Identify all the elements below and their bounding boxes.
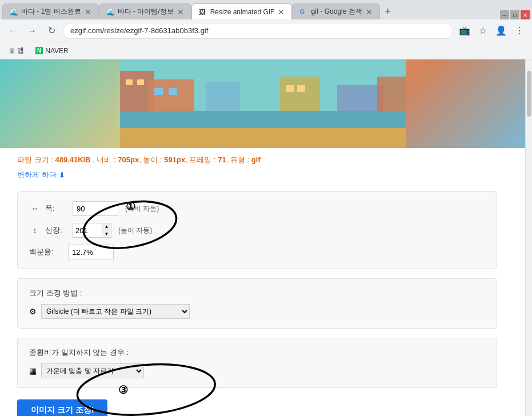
width-value: 705px — [118, 155, 139, 164]
refresh-button[interactable]: ↻ — [43, 23, 59, 39]
method-select[interactable]: Gifsicle (더 빠르고 작은 파일 크기) ImageMagick Gr… — [41, 304, 190, 319]
tab-2[interactable]: 🌊 바다 - 아이템/정보 ✕ — [99, 3, 191, 19]
height-auto-note: (높이 자동) — [118, 226, 152, 235]
svg-rect-2 — [120, 128, 406, 148]
naver-icon: N — [35, 47, 43, 54]
ratio-section: 종횡비가 일치하지 않는 경우 : ▦ 가운데 맞춤 및 자르기 맞춤 (let… — [17, 338, 497, 388]
close-button[interactable]: ✕ — [521, 10, 530, 19]
spinner-down[interactable]: ▼ — [102, 230, 111, 237]
new-tab-button[interactable]: + — [380, 3, 396, 19]
tab-4-close[interactable]: ✕ — [366, 7, 373, 17]
ratio-row: ▦ 가운데 맞춤 및 자르기 맞춤 (letterbox) 늘이기 — [29, 363, 485, 378]
image-preview-inner — [120, 59, 406, 148]
bookmark-apps-label: 앱 — [17, 46, 24, 55]
maximize-button[interactable]: □ — [510, 10, 519, 19]
dimensions-section: ↔ 폭: (너비 자동) ↕ 신장: ▲ ▼ — [17, 191, 497, 269]
percent-row: 백분율: — [29, 245, 485, 259]
type-value: gif — [251, 155, 261, 164]
spinner-buttons: ▲ ▼ — [102, 223, 111, 237]
file-info: 파일 크기 : 489.41KiB , 너비 : 705px, 높이 : 591… — [17, 155, 497, 165]
svg-rect-12 — [169, 88, 177, 95]
ratio-title: 종횡비가 일치하지 않는 경우 : — [29, 347, 485, 358]
file-size-value: 489.41KiB — [55, 155, 90, 164]
address-bar: ← → ↻ 📺 ☆ 👤 ⋮ — [0, 19, 532, 42]
width-input[interactable] — [73, 201, 118, 216]
height-input[interactable] — [73, 223, 102, 237]
percent-label: 백분율: — [29, 247, 63, 257]
tab-1-title: 바다 - 1명 버스완료 — [21, 7, 81, 17]
frame-value: 71 — [218, 155, 226, 164]
file-size-label: 파일 크기 : — [17, 155, 53, 164]
tab-3-title: Resize animated GIF — [210, 8, 275, 16]
address-input[interactable] — [63, 23, 453, 39]
svg-rect-6 — [280, 77, 320, 111]
image-preview — [0, 59, 525, 148]
main-area: 파일 크기 : 489.41KiB , 너비 : 705px, 높이 : 591… — [0, 59, 525, 416]
tabs-bar: 🌊 바다 - 1명 버스완료 ✕ 🌊 바다 - 아이템/정보 ✕ 🖼 Resiz… — [0, 0, 532, 19]
bookmark-naver[interactable]: N NAVER — [31, 45, 73, 57]
spinner-up[interactable]: ▲ — [102, 223, 111, 230]
content-area: 파일 크기 : 489.41KiB , 너비 : 705px, 높이 : 591… — [0, 148, 514, 416]
type-label: 유형 : — [230, 155, 249, 164]
star-icon[interactable]: ☆ — [475, 23, 491, 39]
svg-rect-11 — [154, 88, 163, 95]
width-auto-note: (너비 자동) — [125, 204, 159, 214]
crop-icon: ▦ — [29, 366, 37, 375]
download-icon: ⬇ — [59, 171, 65, 179]
tab-4-title: gif - Google 검색 — [311, 7, 362, 17]
minimize-button[interactable]: ─ — [500, 10, 509, 19]
svg-rect-8 — [377, 77, 406, 111]
forward-button[interactable]: → — [24, 23, 40, 39]
account-icon[interactable]: 👤 — [493, 23, 509, 39]
method-section: 크기 조정 방법 : ⚙ Gifsicle (더 빠르고 작은 파일 크기) I… — [17, 278, 497, 329]
scrollbar[interactable] — [525, 59, 532, 416]
tab-4-favicon: G — [299, 8, 307, 16]
tab-2-favicon: 🌊 — [106, 8, 114, 16]
submit-button[interactable]: 이미지 크기 조정! — [17, 399, 107, 416]
resize-horiz-icon: ↔ — [29, 204, 41, 213]
change-link[interactable]: 변하게 하다 ⬇ — [17, 170, 65, 180]
ratio-select[interactable]: 가운데 맞춤 및 자르기 맞춤 (letterbox) 늘이기 — [41, 363, 144, 378]
height-field-label: 신장: — [45, 225, 68, 235]
height-value: 591px — [164, 155, 185, 164]
bookmarks-bar: ⊞ 앱 N NAVER — [0, 42, 532, 59]
svg-rect-4 — [149, 79, 194, 111]
tab-2-close[interactable]: ✕ — [177, 7, 184, 17]
page-content: 파일 크기 : 489.41KiB , 너비 : 705px, 높이 : 591… — [0, 59, 532, 416]
scroll-thumb[interactable] — [527, 71, 531, 117]
tab-3[interactable]: 🖼 Resize animated GIF ✕ — [191, 3, 293, 19]
bookmark-naver-label: NAVER — [45, 47, 68, 55]
svg-rect-7 — [337, 85, 383, 111]
cast-icon[interactable]: 📺 — [457, 23, 473, 39]
height-spinner-wrapper: ▲ ▼ — [73, 223, 111, 238]
height-label: 높이 : — [143, 155, 162, 164]
tab-3-favicon: 🖼 — [199, 8, 207, 16]
preview-svg — [120, 59, 406, 148]
resize-vert-icon: ↕ — [29, 226, 41, 235]
bookmark-apps[interactable]: ⊞ 앱 — [5, 44, 29, 57]
method-row: ⚙ Gifsicle (더 빠르고 작은 파일 크기) ImageMagick … — [29, 304, 485, 319]
tab-1-close[interactable]: ✕ — [85, 7, 91, 17]
svg-rect-9 — [126, 79, 133, 85]
svg-rect-13 — [286, 85, 294, 92]
menu-icon[interactable]: ⋮ — [511, 23, 527, 39]
svg-rect-5 — [206, 82, 240, 111]
height-row: ↕ 신장: ▲ ▼ (높이 자동) — [29, 223, 485, 238]
tab-2-title: 바다 - 아이템/정보 — [118, 7, 174, 17]
toolbar-icons: 📺 ☆ 👤 ⋮ — [457, 23, 527, 39]
percent-input[interactable] — [68, 245, 114, 259]
tab-1-favicon: 🌊 — [10, 8, 18, 16]
frame-label: 프레임 : — [189, 155, 215, 164]
svg-rect-14 — [297, 85, 305, 92]
browser-frame: 🌊 바다 - 1명 버스완료 ✕ 🌊 바다 - 아이템/정보 ✕ 🖼 Resiz… — [0, 0, 532, 416]
method-title: 크기 조정 방법 : — [29, 288, 485, 298]
svg-rect-10 — [137, 79, 144, 85]
tab-4[interactable]: G gif - Google 검색 ✕ — [292, 3, 379, 19]
width-label: 너비 : — [97, 155, 115, 164]
tab-1[interactable]: 🌊 바다 - 1명 버스완료 ✕ — [2, 3, 99, 19]
width-row: ↔ 폭: (너비 자동) — [29, 201, 485, 216]
width-field-label: 폭: — [45, 203, 68, 214]
back-button[interactable]: ← — [5, 23, 21, 39]
gear-icon: ⚙ — [29, 307, 37, 316]
tab-3-close[interactable]: ✕ — [278, 7, 285, 17]
